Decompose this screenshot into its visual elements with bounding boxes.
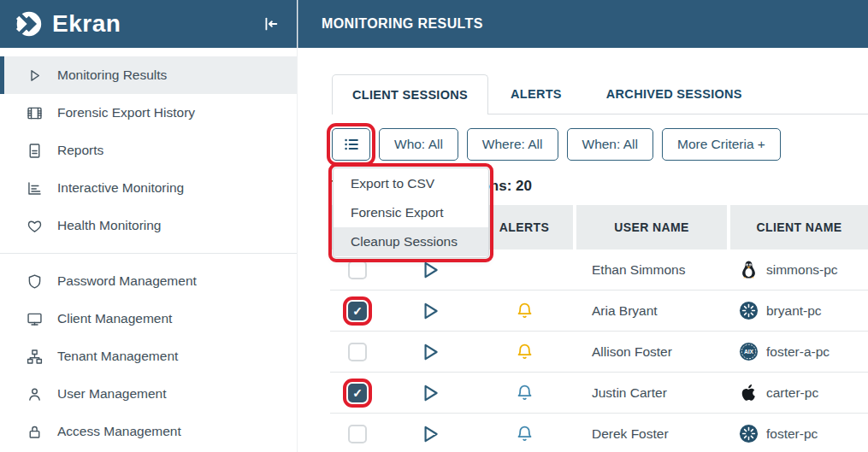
report-icon <box>25 141 44 160</box>
alert-bell-icon[interactable] <box>516 384 534 402</box>
sidebar-item-label: Tenant Management <box>57 349 178 364</box>
user-name: Aria Bryant <box>576 303 727 319</box>
ekran-logo-icon <box>12 8 44 40</box>
filter-who-button[interactable]: Who: All <box>379 128 458 161</box>
sidebar: Ekran Monitoring Results Forensic Export… <box>0 0 298 452</box>
sidebar-item-monitoring-results[interactable]: Monitoring Results <box>0 56 297 94</box>
row-checkbox[interactable] <box>348 425 367 443</box>
table-row: Derek Foster foster-pc <box>330 414 868 452</box>
main-area: MONITORING RESULTS CLIENT SESSIONS ALERT… <box>298 0 868 452</box>
sidebar-item-reports[interactable]: Reports <box>0 132 297 169</box>
sidebar-item-label: Interactive Monitoring <box>57 180 184 196</box>
sidebar-divider <box>0 253 297 254</box>
client-name: simmons-pc <box>766 262 838 278</box>
tab-archived-sessions[interactable]: ARCHIVED SESSIONS <box>584 74 765 114</box>
linux-icon <box>739 260 759 279</box>
sidebar-item-label: Access Management <box>57 424 181 439</box>
play-icon <box>25 66 44 85</box>
solaris-icon <box>739 424 759 443</box>
row-checkbox[interactable] <box>348 302 367 320</box>
sidebar-item-label: Monitoring Results <box>57 68 167 83</box>
col-header-client-name: CLIENT NAME <box>730 205 868 249</box>
sitemap-icon <box>25 347 44 366</box>
list-icon <box>342 135 361 154</box>
table-row: Aria Bryant bryant-pc <box>330 291 868 332</box>
user-name: Ethan Simmons <box>576 262 727 278</box>
sidebar-item-label: User Management <box>57 386 167 402</box>
client-name: foster-pc <box>766 426 818 442</box>
sidebar-item-password-management[interactable]: Password Management <box>0 262 297 300</box>
bulk-actions-dropdown: Export to CSV Forensic Export Cleanup Se… <box>333 167 489 258</box>
filter-where-button[interactable]: Where: All <box>467 128 558 161</box>
sidebar-item-label: Password Management <box>57 273 197 289</box>
content: CLIENT SESSIONS ALERTS ARCHIVED SESSIONS… <box>298 48 868 452</box>
play-session-icon[interactable] <box>419 300 441 322</box>
client-name: bryant-pc <box>766 303 822 319</box>
sidebar-header: Ekran <box>0 0 297 48</box>
row-checkbox[interactable] <box>348 384 367 402</box>
sidebar-item-client-management[interactable]: Client Management <box>0 300 297 338</box>
chart-icon <box>25 179 44 197</box>
alert-bell-icon[interactable] <box>516 343 534 361</box>
toolbar: Who: All Where: All When: All More Crite… <box>332 128 781 161</box>
solaris-icon <box>739 301 759 320</box>
brand-name: Ekran <box>52 10 121 38</box>
row-checkbox[interactable] <box>348 261 367 279</box>
os-icon-slot <box>739 301 759 320</box>
play-session-icon[interactable] <box>419 423 441 445</box>
heart-icon <box>25 216 44 235</box>
table-row: Allison Foster AIX foster-a-pc <box>330 332 868 373</box>
svg-text:AIX: AIX <box>744 349 754 355</box>
tab-bar: CLIENT SESSIONS ALERTS ARCHIVED SESSIONS <box>332 74 868 114</box>
alert-bell-icon[interactable] <box>516 425 534 443</box>
sidebar-item-interactive-monitoring[interactable]: Interactive Monitoring <box>0 169 297 207</box>
tab-alerts[interactable]: ALERTS <box>488 74 584 114</box>
col-header-user-name: USER NAME <box>576 205 727 249</box>
client-name: foster-a-pc <box>766 344 830 360</box>
sidebar-item-forensic-export-history[interactable]: Forensic Export History <box>0 94 297 132</box>
monitor-icon <box>25 309 44 328</box>
client-name: carter-pc <box>766 385 818 401</box>
shield-icon <box>25 272 44 291</box>
sidebar-item-tenant-management[interactable]: Tenant Management <box>0 338 297 375</box>
col-header-alerts: ALERTS <box>475 205 573 249</box>
aix-icon: AIX <box>739 342 759 361</box>
sidebar-nav: Monitoring Results Forensic Export Histo… <box>0 48 297 450</box>
row-checkbox[interactable] <box>348 343 367 361</box>
lock-icon <box>25 422 44 441</box>
sidebar-collapse-icon[interactable] <box>257 11 283 37</box>
user-name: Derek Foster <box>576 426 727 442</box>
sidebar-item-user-management[interactable]: User Management <box>0 375 297 413</box>
more-criteria-button[interactable]: More Criteria + <box>662 128 781 161</box>
sidebar-item-label: Health Monitoring <box>57 218 161 233</box>
sidebar-item-health-monitoring[interactable]: Health Monitoring <box>0 207 297 244</box>
play-session-icon[interactable] <box>419 341 441 363</box>
tab-client-sessions[interactable]: CLIENT SESSIONS <box>332 74 488 114</box>
bulk-actions-menu-button[interactable] <box>332 128 370 161</box>
sidebar-item-access-management[interactable]: Access Management <box>0 413 297 450</box>
os-icon-slot <box>739 260 759 279</box>
page-title: MONITORING RESULTS <box>322 16 483 32</box>
sidebar-item-label: Reports <box>57 143 103 158</box>
os-icon-slot <box>739 424 759 443</box>
play-session-icon[interactable] <box>419 259 441 281</box>
table-row: Justin Carter carter-pc <box>330 373 868 414</box>
os-icon-slot <box>739 383 759 402</box>
page-header: MONITORING RESULTS <box>298 0 868 48</box>
user-name: Allison Foster <box>576 344 727 360</box>
sidebar-item-label: Forensic Export History <box>57 105 195 120</box>
alert-bell-icon[interactable] <box>516 302 534 320</box>
film-icon <box>25 103 44 122</box>
sidebar-item-label: Client Management <box>57 311 172 326</box>
menu-item-forensic-export[interactable]: Forensic Export <box>334 198 488 227</box>
play-session-icon[interactable] <box>419 382 441 404</box>
menu-item-cleanup-sessions[interactable]: Cleanup Sessions <box>334 227 488 256</box>
filter-when-button[interactable]: When: All <box>567 128 653 161</box>
os-icon-slot: AIX <box>739 342 759 361</box>
apple-icon <box>739 383 759 402</box>
user-name: Justin Carter <box>576 385 727 401</box>
user-icon <box>25 384 44 403</box>
menu-item-export-to-csv[interactable]: Export to CSV <box>334 169 488 198</box>
brand-logo: Ekran <box>12 8 121 40</box>
